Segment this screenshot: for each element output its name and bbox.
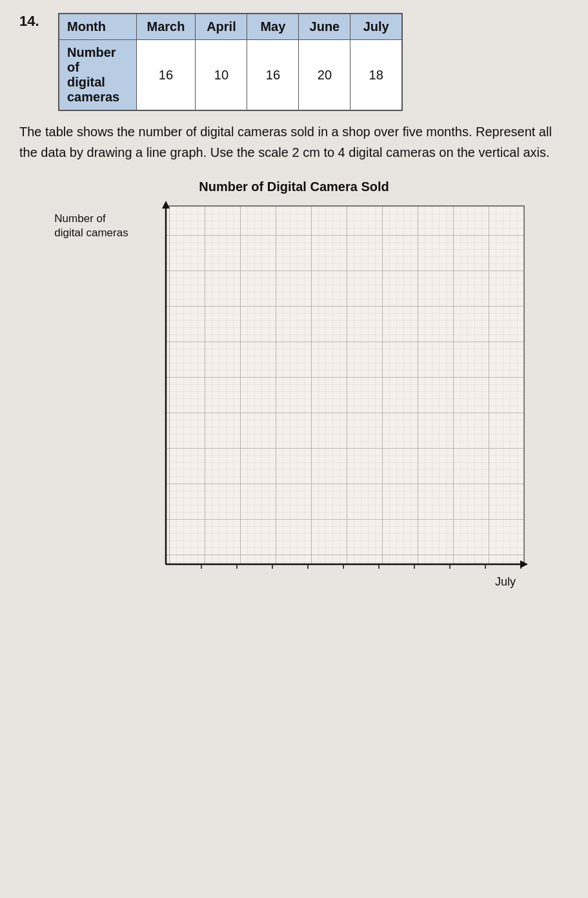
table-data-row: Numberofdigitalcameras 16 10 16 20 18 bbox=[59, 40, 402, 111]
col-header-april: April bbox=[196, 14, 247, 40]
svg-marker-5 bbox=[162, 201, 170, 209]
col-header-march: March bbox=[136, 14, 196, 40]
col-header-may: May bbox=[247, 14, 299, 40]
col-header-june: June bbox=[299, 14, 350, 40]
svg-rect-2 bbox=[166, 206, 524, 564]
col-header-july: July bbox=[350, 14, 402, 40]
cell-july: 18 bbox=[350, 40, 402, 111]
x-axis-july-label: July bbox=[495, 575, 516, 588]
description-text: The table shows the number of digital ca… bbox=[19, 121, 569, 163]
graph-section: Number of Digital Camera Sold Number of … bbox=[19, 179, 569, 600]
cell-march: 16 bbox=[136, 40, 196, 111]
cell-june: 20 bbox=[299, 40, 350, 111]
graph-area: July bbox=[134, 199, 534, 600]
question-number: 14. bbox=[19, 13, 52, 30]
graph-title: Number of Digital Camera Sold bbox=[199, 179, 389, 194]
data-table: Month March April May June July Numberof… bbox=[58, 13, 403, 111]
col-header-month: Month bbox=[59, 14, 136, 40]
cell-may: 16 bbox=[247, 40, 299, 111]
y-axis-label: Number of digital cameras bbox=[54, 199, 128, 240]
y-axis-label-line2: digital cameras bbox=[54, 227, 128, 240]
question-header: 14. Month March April May June July Numb… bbox=[19, 13, 569, 111]
question-container: 14. Month March April May June July Numb… bbox=[19, 13, 569, 600]
cell-april: 10 bbox=[196, 40, 247, 111]
y-axis-label-line1: Number of bbox=[54, 212, 128, 225]
graph-wrapper: Number of digital cameras bbox=[54, 199, 533, 600]
row-label: Numberofdigitalcameras bbox=[59, 40, 136, 111]
graph-svg: July bbox=[134, 199, 534, 600]
table-header-row: Month March April May June July bbox=[59, 14, 402, 40]
